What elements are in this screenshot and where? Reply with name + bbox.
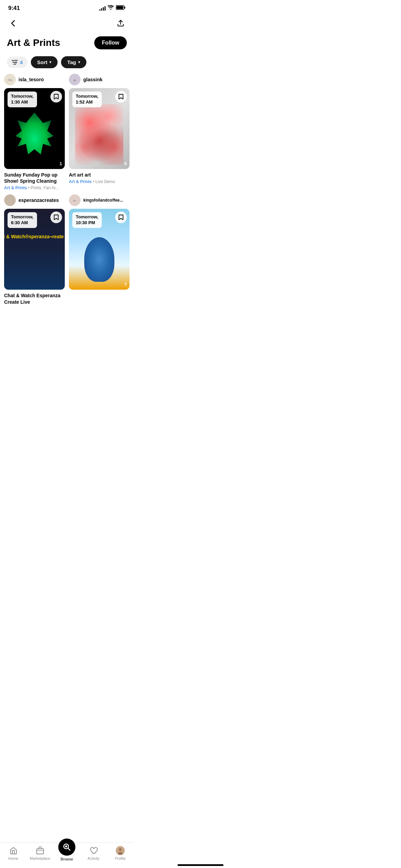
card-header-1: gi glassink [69, 74, 130, 85]
avatar-3: kfc [69, 194, 81, 206]
bookmark-count-0: 1 [60, 161, 62, 166]
username-0: isla_tesoro [19, 77, 44, 82]
time-badge-2: Tomorrow,6:30 AM [8, 212, 37, 228]
event-image-wrapper-3: Tomorrow,10:30 PM 7 [69, 209, 130, 290]
event-card-1[interactable]: gi glassink Tomorrow,1:52 AM 5 Art art a… [69, 74, 130, 190]
status-icons [99, 5, 125, 11]
events-grid: isla isla_tesoro Tomorrow,1:30 AM 1 Sund… [0, 74, 134, 306]
filter-count-button[interactable]: 4 [7, 57, 27, 68]
username-1: glassink [83, 77, 102, 82]
title-row: Art & Prints Follow [0, 34, 134, 55]
status-bar: 9:41 [0, 0, 134, 14]
svg-point-10 [4, 194, 16, 206]
event-card-0[interactable]: isla isla_tesoro Tomorrow,1:30 AM 1 Sund… [4, 74, 65, 190]
event-title-1: Art art art [69, 172, 130, 178]
category-link-1[interactable]: Art & Prints [69, 179, 92, 184]
signal-icon [99, 6, 106, 11]
avatar-0: isla [4, 74, 16, 85]
event-meta-1: Art & Prints • Live Demo [69, 179, 130, 184]
bookmark-count-3: 7 [124, 282, 127, 287]
sort-chevron-icon: ▾ [49, 60, 51, 64]
event-title-0: Sunday Funday Pop up Show! Spring Cleani… [4, 172, 65, 184]
filter-count: 4 [20, 59, 23, 65]
category-link-0[interactable]: Art & Prints [4, 185, 27, 190]
time-badge-3: Tomorrow,10:30 PM [72, 212, 102, 228]
svg-text:kfc: kfc [73, 200, 76, 202]
filter-row: 4 Sort ▾ Tag ▾ [0, 55, 134, 74]
bookmark-button-0[interactable] [50, 91, 62, 103]
svg-rect-2 [117, 6, 123, 9]
sort-button[interactable]: Sort ▾ [31, 56, 58, 68]
username-2: esperanzacreates [19, 197, 59, 203]
event-meta-0: Art & Prints • Prints, Fan Ar... [4, 185, 65, 190]
share-button[interactable] [114, 17, 127, 29]
header-nav [0, 14, 134, 34]
battery-icon [116, 5, 125, 11]
bookmark-button-1[interactable] [115, 91, 127, 103]
time-badge-0: Tomorrow,1:30 AM [8, 92, 37, 107]
avatar-2 [4, 194, 16, 206]
card-header-2: esperanzacreates [4, 194, 65, 206]
status-time: 9:41 [8, 5, 20, 12]
follow-button[interactable]: Follow [94, 36, 127, 49]
svg-text:gi: gi [74, 79, 76, 82]
wifi-icon [108, 5, 114, 11]
time-badge-1: Tomorrow,1:52 AM [72, 92, 102, 107]
page-title: Art & Prints [7, 37, 60, 48]
event-image-wrapper-1: Tomorrow,1:52 AM 5 [69, 88, 130, 169]
svg-point-4 [15, 62, 17, 63]
bookmark-count-1: 5 [124, 161, 127, 166]
tag-button[interactable]: Tag ▾ [61, 56, 86, 68]
event-image-wrapper-2: Tomorrow,6:30 AM [4, 209, 65, 290]
card-header-3: kfc kingsfoilandcoffee... [69, 194, 130, 206]
event-image-wrapper-0: Tomorrow,1:30 AM 1 [4, 88, 65, 169]
event-title-2: Chat & Watch Esperanza Create Live [4, 292, 65, 305]
card-header-0: isla isla_tesoro [4, 74, 65, 85]
svg-point-3 [13, 60, 14, 61]
avatar-1: gi [69, 74, 81, 85]
svg-point-5 [14, 64, 15, 65]
svg-rect-1 [124, 7, 125, 9]
back-button[interactable] [7, 17, 19, 29]
username-3: kingsfoilandcoffee... [83, 198, 123, 203]
event-card-2[interactable]: esperanzacreates Tomorrow,6:30 AM Chat &… [4, 194, 65, 306]
svg-text:isla: isla [8, 78, 12, 82]
tag-chevron-icon: ▾ [78, 60, 80, 64]
event-card-3[interactable]: kfc kingsfoilandcoffee... Tomorrow,10:30… [69, 194, 130, 306]
